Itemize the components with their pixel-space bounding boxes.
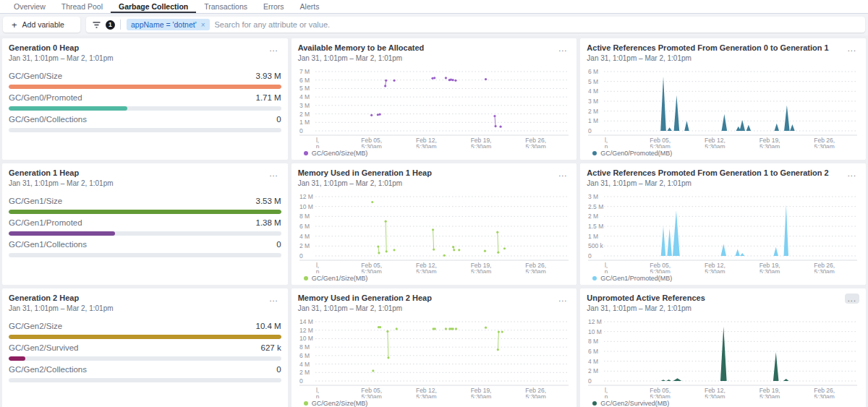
panel-menu-button[interactable]: ... [556, 168, 570, 179]
svg-text:5:30am: 5:30am [814, 143, 835, 148]
legend-dot-icon [304, 151, 308, 155]
panel-menu-button[interactable]: ... [845, 294, 859, 304]
tab-overview[interactable]: Overview [6, 0, 54, 13]
metric-bar-track [9, 253, 281, 257]
metric-value: 3.93 M [255, 72, 281, 80]
svg-text:0: 0 [299, 252, 303, 260]
metric-label: GC/Gen0/Promoted [9, 93, 82, 102]
search-bar[interactable]: 1 appName = 'dotnet' × [86, 17, 865, 33]
svg-text:3 M: 3 M [299, 102, 310, 109]
metric-row-gc-gen1-promoted: GC/Gen1/Promoted1.38 M [9, 218, 281, 236]
metric-row-gc-gen2-survived: GC/Gen2/Survived627 k [9, 343, 281, 361]
filter-count-badge[interactable]: 1 [106, 20, 115, 30]
metric-row-gc-gen0-promoted: GC/Gen0/Promoted1.71 M [9, 93, 281, 111]
panel-time-range: Jan 31, 1:01pm – Mar 2, 1:01pm [587, 54, 828, 62]
svg-text:6 M: 6 M [299, 77, 310, 84]
panel-menu-button[interactable]: ... [266, 43, 281, 53]
metric-line: GC/Gen0/Collections0 [9, 115, 281, 124]
panel-menu-button[interactable]: ... [845, 43, 859, 53]
svg-text:5:30am: 5:30am [814, 393, 835, 398]
legend-dot-icon [304, 276, 308, 280]
metric-bar-track [9, 128, 281, 132]
metric-label: GC/Gen2/Collections [9, 365, 87, 374]
svg-text:5:30am: 5:30am [361, 143, 381, 148]
panel-title: Active References Promoted From Generati… [587, 43, 828, 53]
panel-memory-used-in-generation-2-heap: Memory Used in Generation 2 HeapJan 31, … [292, 288, 577, 407]
panel-menu-button[interactable]: ... [266, 294, 281, 304]
filter-chip-appname[interactable]: appName = 'dotnet' × [127, 19, 210, 30]
tab-thread-pool[interactable]: Thread Pool [54, 0, 111, 13]
chart-legend: GC/Gen1/Size(MB) [304, 275, 571, 282]
panel-menu-button[interactable]: ... [556, 294, 570, 304]
svg-text:2 M: 2 M [588, 108, 598, 115]
svg-text:3 M: 3 M [588, 98, 598, 105]
panel-titles: Available Memory to be AllocatedJan 31, … [298, 43, 425, 62]
svg-text:10 M: 10 M [299, 335, 313, 342]
chart-canvas: 7 M6 M5 M4 M3 M2 M1 M0Feb 05,5:30amFeb 1… [298, 67, 571, 148]
panel-title: Memory Used in Generation 2 Heap [298, 294, 432, 303]
svg-text:8 M: 8 M [299, 343, 310, 351]
svg-text:0: 0 [299, 377, 303, 385]
panel-header: Memory Used in Generation 2 HeapJan 31, … [298, 294, 571, 312]
svg-text:5:30am: 5:30am [760, 143, 780, 148]
metric-label: GC/Gen0/Collections [9, 115, 87, 124]
chart-legend: GC/Gen0/Size(MB) [304, 150, 571, 157]
svg-text:n: n [315, 268, 319, 273]
svg-text:2 M: 2 M [588, 367, 598, 374]
panel-menu-button[interactable]: ... [266, 168, 281, 179]
chart-canvas: 12 M10 M8 M6 M4 M2 M0Feb 05,5:30amFeb 12… [298, 192, 571, 273]
panel-title: Generation 2 Heap [9, 294, 114, 303]
svg-text:6 M: 6 M [588, 68, 598, 75]
panel-generation-0-heap: Generation 0 HeapJan 31, 1:01pm – Mar 2,… [2, 38, 288, 160]
metric-bar-track [9, 231, 281, 236]
metric-line: GC/Gen1/Collections0 [9, 240, 281, 249]
metric-bar-track [9, 335, 281, 339]
svg-text:4 M: 4 M [588, 87, 598, 95]
add-variable-label: Add variable [22, 20, 64, 29]
tab-transactions[interactable]: Transactions [196, 0, 255, 13]
panel-time-range: Jan 31, 1:01pm – Mar 2, 1:01pm [9, 54, 114, 62]
panel-active-references-promoted-from-generation-1-to-generation-2: Active References Promoted From Generati… [580, 163, 866, 285]
tab-garbage-collection[interactable]: Garbage Collection [111, 0, 196, 13]
panel-active-references-promoted-from-generation-0-to-generation-1: Active References Promoted From Generati… [580, 38, 866, 160]
svg-text:5:30am: 5:30am [650, 268, 671, 273]
svg-text:1 M: 1 M [588, 233, 598, 240]
svg-text:5:30am: 5:30am [361, 268, 381, 273]
svg-text:5:30am: 5:30am [471, 143, 491, 148]
svg-text:5:30am: 5:30am [705, 393, 726, 398]
chart-legend: GC/Gen0/Promoted(MB) [592, 150, 859, 157]
metric-value: 3.53 M [255, 197, 281, 205]
panel-title: Generation 1 Heap [9, 168, 114, 178]
panel-header: Generation 2 HeapJan 31, 1:01pm – Mar 2,… [9, 294, 281, 312]
svg-text:7 M: 7 M [299, 68, 310, 75]
filter-bar: + Add variable 1 appName = 'dotnet' × [0, 14, 868, 35]
add-variable-button[interactable]: + Add variable [3, 17, 80, 33]
panel-title: Unpromoted Active References [587, 294, 705, 303]
tab-alerts[interactable]: Alerts [292, 0, 328, 13]
panel-header: Unpromoted Active ReferencesJan 31, 1:01… [587, 294, 859, 312]
metric-line: GC/Gen2/Survived627 k [9, 343, 281, 352]
metric-label: GC/Gen2/Size [9, 322, 62, 330]
panel-menu-button[interactable]: ... [845, 168, 859, 179]
chip-remove-icon[interactable]: × [201, 21, 205, 29]
panel-titles: Generation 2 HeapJan 31, 1:01pm – Mar 2,… [9, 294, 114, 312]
svg-text:5:30am: 5:30am [760, 268, 780, 273]
svg-text:4 M: 4 M [299, 93, 310, 100]
svg-text:4 M: 4 M [588, 358, 598, 365]
svg-text:0: 0 [588, 377, 592, 385]
legend-series-label: GC/Gen1/Size(MB) [312, 275, 368, 282]
metric-value: 10.4 M [255, 322, 281, 330]
svg-text:6 M: 6 M [588, 348, 598, 355]
svg-text:6 M: 6 M [299, 223, 310, 230]
svg-text:5 M: 5 M [588, 78, 598, 85]
svg-text:6 M: 6 M [299, 352, 310, 359]
metric-line: GC/Gen2/Size10.4 M [9, 322, 281, 330]
panel-menu-button[interactable]: ... [556, 43, 570, 53]
svg-text:5:30am: 5:30am [814, 268, 835, 273]
metric-row-gc-gen1-size: GC/Gen1/Size3.53 M [9, 197, 281, 214]
search-input[interactable] [215, 20, 859, 29]
metric-value: 0 [276, 115, 281, 124]
tab-errors[interactable]: Errors [255, 0, 292, 13]
legend-series-label: GC/Gen1/Promoted(MB) [600, 275, 672, 282]
filter-lines-icon[interactable] [92, 21, 101, 29]
